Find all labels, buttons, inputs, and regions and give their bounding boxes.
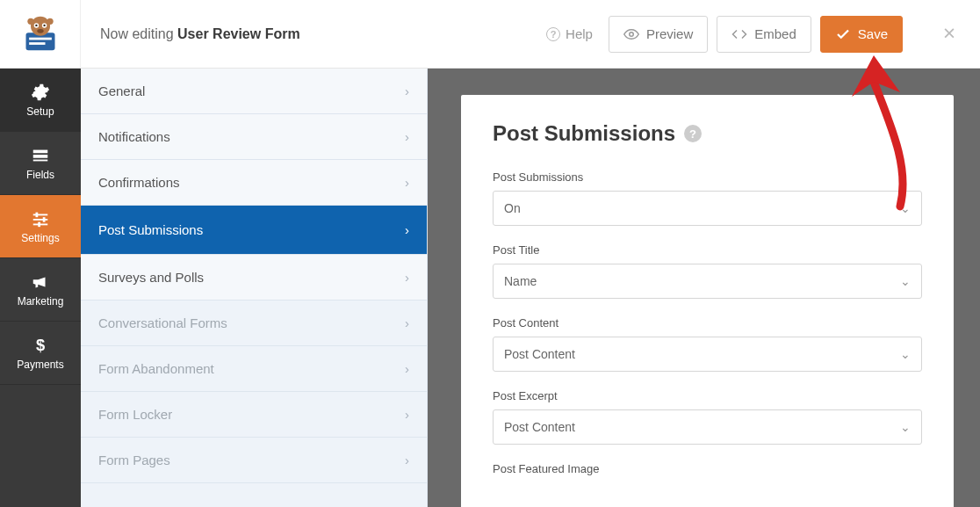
chevron-right-icon: ›: [405, 453, 409, 467]
settings-item-label: Form Pages: [98, 453, 170, 467]
svg-point-10: [47, 18, 53, 24]
settings-item-form-locker[interactable]: Form Locker ›: [81, 392, 427, 438]
chevron-down-icon: ⌄: [900, 420, 911, 434]
help-label: Help: [566, 26, 593, 41]
chevron-right-icon: ›: [405, 361, 409, 376]
svg-point-7: [43, 24, 45, 25]
svg-rect-12: [33, 149, 48, 153]
field-label: Post Content: [493, 316, 922, 330]
nav-setup[interactable]: Setup: [0, 69, 81, 132]
nav-fields-label: Fields: [26, 169, 54, 181]
save-button[interactable]: Save: [820, 16, 903, 53]
field-label: Post Featured Image: [493, 462, 922, 475]
svg-rect-16: [33, 219, 48, 221]
field-label: Post Submissions: [493, 170, 922, 184]
field-post-featured-image: Post Featured Image: [493, 462, 922, 475]
chevron-right-icon: ›: [405, 315, 409, 330]
svg-point-8: [37, 29, 43, 33]
chevron-right-icon: ›: [405, 270, 409, 285]
panel-title: Post Submissions ?: [493, 121, 922, 146]
field-post-excerpt: Post Excerpt Post Content ⌄: [493, 389, 922, 445]
gear-icon: [31, 83, 50, 102]
close-button[interactable]: [919, 0, 980, 68]
settings-item-notifications[interactable]: Notifications ›: [81, 114, 427, 160]
settings-item-post-submissions[interactable]: Post Submissions ›: [81, 206, 427, 255]
select-post-submissions[interactable]: On ⌄: [493, 191, 922, 226]
settings-item-label: Form Locker: [98, 407, 172, 422]
sliders-icon: [31, 209, 50, 228]
help-link[interactable]: ? Help: [546, 26, 593, 41]
select-post-excerpt[interactable]: Post Content ⌄: [493, 409, 922, 445]
select-post-title[interactable]: Name ⌄: [493, 264, 922, 299]
form-name: User Review Form: [177, 26, 300, 41]
select-value: On: [504, 201, 521, 215]
settings-item-form-abandonment[interactable]: Form Abandonment ›: [81, 346, 427, 392]
svg-point-6: [35, 24, 37, 25]
nav-payments-label: Payments: [17, 359, 63, 371]
settings-item-confirmations[interactable]: Confirmations ›: [81, 160, 427, 206]
settings-column: General › Notifications › Confirmations …: [81, 69, 428, 507]
chevron-right-icon: ›: [405, 222, 409, 237]
eye-icon: [623, 26, 639, 42]
chevron-down-icon: ⌄: [900, 347, 911, 361]
svg-rect-2: [29, 42, 45, 45]
wpforms-logo-icon: [21, 15, 60, 54]
logo-box: [0, 0, 81, 68]
check-icon: [835, 26, 851, 42]
select-value: Name: [504, 274, 537, 288]
settings-item-label: Confirmations: [98, 175, 180, 190]
svg-rect-13: [33, 155, 48, 158]
chevron-down-icon: ⌄: [900, 274, 911, 288]
chevron-right-icon: ›: [405, 407, 409, 422]
svg-rect-19: [43, 217, 46, 222]
settings-item-label: Post Submissions: [98, 222, 203, 237]
main-body: Setup Fields Settings Marketing $ Paymen…: [0, 69, 980, 507]
nav-settings-label: Settings: [21, 232, 59, 244]
settings-item-conversational-forms[interactable]: Conversational Forms ›: [81, 301, 427, 346]
svg-point-11: [630, 32, 634, 36]
settings-item-label: Notifications: [98, 129, 170, 144]
field-label: Post Title: [493, 243, 922, 257]
svg-rect-1: [29, 37, 52, 40]
editing-prefix: Now editing: [100, 26, 177, 41]
nav-payments[interactable]: $ Payments: [0, 322, 81, 385]
panel-title-text: Post Submissions: [493, 121, 675, 146]
chevron-right-icon: ›: [405, 83, 409, 98]
top-actions: ? Help Preview Embed Save: [546, 16, 919, 53]
code-icon: [731, 26, 747, 42]
settings-item-label: General: [98, 83, 145, 98]
select-value: Post Content: [504, 347, 575, 361]
chevron-right-icon: ›: [405, 129, 409, 144]
embed-button[interactable]: Embed: [717, 16, 811, 53]
field-post-title: Post Title Name ⌄: [493, 243, 922, 299]
svg-text:$: $: [36, 336, 45, 354]
nav-fields[interactable]: Fields: [0, 132, 81, 195]
nav-setup-label: Setup: [26, 105, 54, 118]
left-nav: Setup Fields Settings Marketing $ Paymen…: [0, 69, 81, 507]
chevron-right-icon: ›: [405, 175, 409, 190]
svg-rect-18: [36, 212, 39, 217]
field-post-submissions: Post Submissions On ⌄: [493, 170, 922, 226]
select-value: Post Content: [504, 420, 575, 434]
help-icon: ?: [546, 27, 560, 41]
settings-item-general[interactable]: General ›: [81, 69, 427, 114]
settings-item-form-pages[interactable]: Form Pages ›: [81, 438, 427, 483]
settings-item-surveys-polls[interactable]: Surveys and Polls ›: [81, 255, 427, 301]
nav-settings[interactable]: Settings: [0, 195, 81, 258]
svg-point-9: [27, 18, 33, 24]
preview-label: Preview: [646, 26, 693, 41]
page-title: Now editing User Review Form: [81, 26, 300, 42]
chevron-down-icon: ⌄: [900, 201, 911, 215]
close-icon: [940, 25, 959, 44]
svg-rect-15: [33, 214, 48, 215]
help-tooltip-icon[interactable]: ?: [684, 125, 702, 142]
settings-item-label: Form Abandonment: [98, 361, 214, 376]
settings-item-label: Surveys and Polls: [98, 270, 204, 285]
nav-marketing-label: Marketing: [18, 295, 64, 308]
select-post-content[interactable]: Post Content ⌄: [493, 337, 922, 372]
preview-panel: Post Submissions ? Post Submissions On ⌄…: [461, 95, 954, 507]
field-post-content: Post Content Post Content ⌄: [493, 316, 922, 372]
list-icon: [31, 146, 50, 165]
nav-marketing[interactable]: Marketing: [0, 258, 81, 322]
preview-button[interactable]: Preview: [609, 16, 708, 53]
